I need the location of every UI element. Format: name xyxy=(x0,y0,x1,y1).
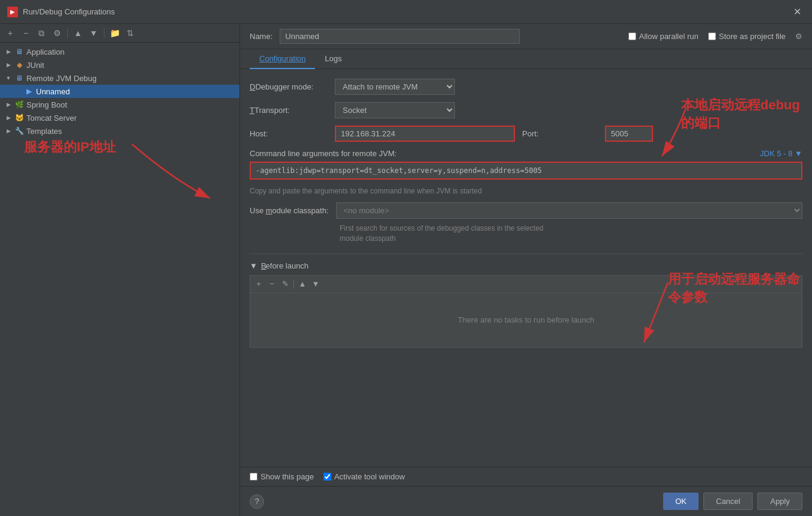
bl-edit-button[interactable]: ✎ xyxy=(279,278,291,290)
show-page-checkbox[interactable] xyxy=(250,473,257,481)
module-row: Use module classpath: <no module> xyxy=(250,202,802,219)
expand-arrow-spring-boot: ▶ xyxy=(5,101,12,108)
debugger-mode-select[interactable]: Attach to remote JVM xyxy=(335,79,455,95)
help-button[interactable]: ? xyxy=(250,494,264,509)
tab-logs-label: Logs xyxy=(325,54,341,63)
name-row: Name: Allow parallel run Store as projec… xyxy=(240,24,812,49)
sort-button[interactable]: ⇅ xyxy=(124,26,137,40)
store-project-checkbox[interactable] xyxy=(708,32,716,40)
sidebar-item-application[interactable]: ▶ 🖥 Application xyxy=(0,45,239,58)
activate-tool-checkbox[interactable] xyxy=(323,473,331,481)
toolbar-separator-2 xyxy=(104,28,104,38)
expand-arrow-tomcat: ▶ xyxy=(5,114,12,121)
sidebar-item-unnamed[interactable]: ▶ Unnamed xyxy=(0,85,239,98)
spring-boot-folder-icon: 🌿 xyxy=(14,100,24,109)
tab-configuration-label: Configuration xyxy=(259,54,305,63)
expand-arrow-application: ▶ xyxy=(5,48,12,55)
expand-arrow-remote-jvm: ▼ xyxy=(5,74,12,82)
allow-parallel-checkbox[interactable] xyxy=(628,32,636,40)
debugger-mode-row: DDebugger mode: Attach to remote JVM xyxy=(250,79,802,95)
folder-button[interactable]: 📁 xyxy=(108,26,121,40)
sidebar-item-spring-boot[interactable]: ▶ 🌿 Spring Boot xyxy=(0,98,239,111)
before-launch-arrow: ▼ xyxy=(250,261,257,270)
sidebar-item-junit[interactable]: ▶ ◆ JUnit xyxy=(0,58,239,71)
before-launch-wrapper: + − ✎ ▲ ▼ There are no tasks to run befo… xyxy=(250,275,802,348)
settings-config-button[interactable]: ⚙ xyxy=(50,26,64,40)
name-label: Name: xyxy=(250,32,272,41)
expand-arrow-junit: ▶ xyxy=(5,61,12,68)
before-launch-section: ▼ Before launch + − ✎ ▲ xyxy=(250,253,802,348)
copy-config-button[interactable]: ⧉ xyxy=(35,26,48,40)
toolbar-separator-1 xyxy=(67,28,68,38)
before-launch-title: Before launch xyxy=(261,261,308,270)
spring-boot-label: Spring Boot xyxy=(26,100,67,109)
before-launch-header[interactable]: ▼ Before launch xyxy=(250,261,802,270)
bl-add-button[interactable]: + xyxy=(253,278,265,290)
cmd-section: Command line arguments for remote JVM: J… xyxy=(250,149,802,180)
unnamed-config-icon: ▶ xyxy=(24,87,34,96)
tab-configuration[interactable]: Configuration xyxy=(250,49,315,69)
templates-folder-icon: 🔧 xyxy=(14,126,24,136)
sidebar-item-templates[interactable]: ▶ 🔧 Templates xyxy=(0,124,239,138)
apply-button[interactable]: Apply xyxy=(757,493,802,510)
host-input[interactable] xyxy=(335,126,515,142)
move-down-button[interactable]: ▼ xyxy=(87,26,100,40)
templates-label: Templates xyxy=(26,127,62,136)
titlebar: ▶ Run/Debug Configurations ✕ xyxy=(0,0,812,24)
bottom-options: Show this page Activate tool window xyxy=(240,467,812,486)
expand-arrow-templates: ▶ xyxy=(5,127,12,135)
footer: ? OK Cancel Apply xyxy=(240,486,812,516)
tomcat-folder-icon: 🐱 xyxy=(14,113,24,123)
tab-logs[interactable]: Logs xyxy=(315,49,351,69)
config-tree: ▶ 🖥 Application ▶ ◆ JUnit ▼ 🖥 Remote xyxy=(0,43,239,516)
close-button[interactable]: ✕ xyxy=(790,5,805,19)
port-label: Port: xyxy=(522,129,600,138)
application-label: Application xyxy=(26,47,65,56)
tomcat-label: Tomcat Server xyxy=(26,114,77,123)
sidebar-item-tomcat[interactable]: ▶ 🐱 Tomcat Server xyxy=(0,111,239,124)
config-content: DDebugger mode: Attach to remote JVM TTr… xyxy=(240,69,812,467)
sidebar-toolbar: + − ⧉ ⚙ ▲ ▼ 📁 ⇅ xyxy=(0,24,239,43)
transport-row: TTransport: Socket xyxy=(250,102,802,118)
dialog-icon: ▶ xyxy=(7,7,18,17)
store-project-label[interactable]: Store as project file xyxy=(708,32,786,41)
cancel-button[interactable]: Cancel xyxy=(703,493,753,510)
right-panel: Name: Allow parallel run Store as projec… xyxy=(240,24,812,516)
header-options: Allow parallel run Store as project file… xyxy=(628,32,802,41)
module-select[interactable]: <no module> xyxy=(336,202,802,219)
bl-down-button[interactable]: ▼ xyxy=(310,278,322,290)
bl-separator xyxy=(293,280,294,288)
add-config-button[interactable]: + xyxy=(4,26,17,40)
unnamed-label: Unnamed xyxy=(36,87,70,96)
activate-tool-label[interactable]: Activate tool window xyxy=(323,472,405,481)
debugger-mode-label: DDebugger mode: xyxy=(250,82,328,91)
before-launch-empty-hint: There are no tasks to run before launch xyxy=(250,293,802,347)
host-label: Host: xyxy=(250,129,328,138)
ok-button[interactable]: OK xyxy=(663,493,699,510)
cmd-label: Command line arguments for remote JVM: xyxy=(250,149,397,158)
remote-jvm-folder-icon: 🖥 xyxy=(14,73,24,83)
application-folder-icon: 🖥 xyxy=(14,47,24,56)
tabs-bar: Configuration Logs xyxy=(240,49,812,69)
sidebar: + − ⧉ ⚙ ▲ ▼ 📁 ⇅ ▶ 🖥 xyxy=(0,24,240,516)
remote-jvm-label: Remote JVM Debug xyxy=(26,74,97,83)
remove-config-button[interactable]: − xyxy=(19,26,32,40)
allow-parallel-label[interactable]: Allow parallel run xyxy=(628,32,699,41)
module-label: Use module classpath: xyxy=(250,206,329,215)
sidebar-item-remote-jvm[interactable]: ▼ 🖥 Remote JVM Debug xyxy=(0,71,239,85)
jdk-version-link[interactable]: JDK 5 - 8 ▼ xyxy=(760,149,802,158)
port-input[interactable] xyxy=(605,126,653,142)
name-input[interactable] xyxy=(280,29,520,44)
bl-up-button[interactable]: ▲ xyxy=(296,278,308,290)
before-launch-toolbar: + − ✎ ▲ ▼ xyxy=(250,276,802,293)
bl-remove-button[interactable]: − xyxy=(266,278,278,290)
move-up-button[interactable]: ▲ xyxy=(71,26,85,40)
store-project-gear-icon[interactable]: ⚙ xyxy=(795,32,802,41)
host-port-row: Host: Port: xyxy=(250,126,802,142)
cmd-input[interactable] xyxy=(250,162,802,180)
cmd-label-row: Command line arguments for remote JVM: J… xyxy=(250,149,802,158)
junit-label: JUnit xyxy=(26,61,44,70)
show-page-label[interactable]: Show this page xyxy=(250,472,314,481)
dialog-title: Run/Debug Configurations xyxy=(23,7,115,16)
transport-select[interactable]: Socket xyxy=(335,102,455,118)
